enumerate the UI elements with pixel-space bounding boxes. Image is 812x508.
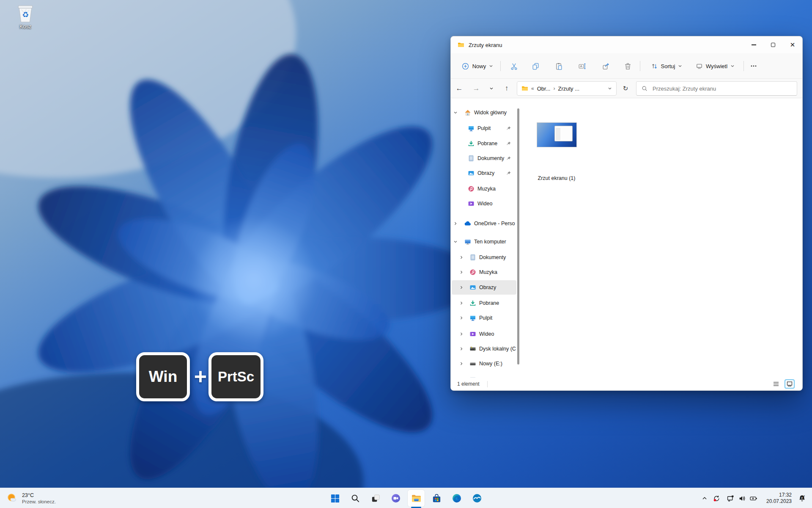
openoffice-button[interactable] — [469, 490, 486, 507]
drive-icon — [469, 360, 476, 367]
breadcrumb-item[interactable]: Zrzuty ... — [558, 86, 579, 92]
widgets-button[interactable]: 23°C Przew. słonecz. — [0, 488, 62, 508]
navigation-pane: Widok główny Pulpit — [451, 98, 517, 378]
sidebar-item-pc-downloads[interactable]: Pobrane — [452, 296, 516, 310]
sidebar-item-local-disk-c[interactable]: Dysk lokalny (C — [452, 342, 516, 356]
sidebar-item-home[interactable]: Widok główny — [452, 105, 516, 120]
sidebar-item-pc-videos[interactable]: Wideo — [452, 327, 516, 341]
pin-icon — [506, 126, 511, 131]
sidebar-scrollbar[interactable] — [517, 108, 519, 364]
start-button[interactable] — [326, 490, 343, 507]
weather-temp: 23°C — [22, 492, 56, 499]
search-input[interactable] — [652, 85, 792, 92]
network-volume-battery-button[interactable] — [723, 490, 762, 507]
sidebar-item-pc-music[interactable]: Muzyka — [452, 265, 516, 279]
sidebar-item-videos[interactable]: Wideo — [452, 196, 516, 211]
chevron-right-icon — [459, 255, 464, 260]
title-bar[interactable]: Zrzuty ekranu ✕ — [451, 36, 802, 53]
sidebar-item-this-pc[interactable]: Ten komputer — [452, 235, 516, 249]
svg-text:A: A — [580, 64, 582, 68]
close-icon: ✕ — [790, 41, 796, 49]
maximize-button[interactable] — [763, 36, 783, 53]
rename-button[interactable]: A — [574, 58, 590, 74]
sync-icon — [713, 495, 720, 502]
sidebar-item-onedrive[interactable]: OneDrive - Perso — [452, 216, 516, 231]
sync-tray-button[interactable] — [710, 490, 722, 507]
sidebar-item-pictures[interactable]: Obrazy — [452, 166, 516, 180]
paste-button[interactable] — [551, 58, 566, 74]
up-icon: ↑ — [505, 84, 509, 93]
chevron-right-icon — [453, 221, 458, 226]
sidebar-item-pc-desktop[interactable]: Pulpit — [452, 311, 516, 325]
microsoft-store-button[interactable] — [428, 490, 445, 507]
pictures-icon — [469, 284, 476, 291]
chevron-down-icon — [489, 64, 493, 68]
chevron-right-icon — [459, 270, 464, 274]
battery-charging-icon — [750, 495, 757, 502]
share-icon — [602, 62, 610, 70]
delete-button[interactable] — [620, 58, 635, 74]
large-icons-view-toggle[interactable] — [785, 379, 795, 389]
task-view-button[interactable] — [367, 490, 384, 507]
breadcrumb-overflow[interactable]: « — [531, 86, 534, 91]
system-drive-icon — [469, 345, 476, 352]
copy-button[interactable] — [528, 58, 543, 74]
edge-button[interactable] — [448, 490, 465, 507]
chevron-down-icon[interactable] — [608, 86, 612, 91]
recycle-bin-label: Kosz — [8, 24, 43, 30]
back-button[interactable]: ← — [452, 81, 467, 96]
notification-center-button[interactable]: z z — [795, 490, 809, 507]
forward-button[interactable]: → — [469, 81, 484, 96]
desktop-icon — [469, 315, 476, 321]
notification-dot — [713, 499, 716, 501]
new-button[interactable]: Nowy — [456, 58, 499, 74]
clock-button[interactable]: 17:32 20.07.2023 — [762, 490, 796, 507]
details-view-toggle[interactable] — [771, 379, 781, 389]
close-button[interactable]: ✕ — [783, 36, 802, 53]
sidebar-item-pc-documents[interactable]: Dokumenty — [452, 250, 516, 265]
recent-locations-button[interactable] — [486, 81, 497, 96]
chevron-down-icon — [678, 64, 682, 68]
see-more-button[interactable] — [746, 58, 761, 74]
toolbar-separator — [743, 61, 744, 71]
file-explorer-button[interactable] — [408, 490, 425, 507]
up-button[interactable]: ↑ — [499, 81, 514, 96]
sort-button[interactable]: Sortuj — [645, 58, 689, 74]
chevron-down-icon — [730, 64, 735, 68]
search-box[interactable] — [636, 81, 797, 96]
prtsc-keycap: PrtSc — [208, 352, 263, 401]
sidebar-item-partial[interactable] — [452, 371, 516, 378]
breadcrumb-item[interactable]: Obr... — [537, 86, 551, 92]
task-view-icon — [371, 494, 381, 503]
chevron-right-icon — [459, 316, 464, 320]
maximize-icon — [771, 43, 775, 47]
sidebar-item-pc-pictures[interactable]: Obrazy — [452, 280, 516, 295]
edge-icon — [452, 493, 462, 503]
chevron-down-icon — [453, 240, 458, 244]
refresh-button[interactable]: ↻ — [618, 81, 633, 96]
sidebar-item-desktop[interactable]: Pulpit — [452, 121, 516, 135]
search-button[interactable] — [347, 490, 364, 507]
search-icon — [642, 86, 647, 91]
chevron-right-icon — [459, 285, 464, 290]
sidebar-item-drive-e[interactable]: Nowy (E:) — [452, 356, 516, 371]
view-button[interactable]: Wyświetl — [690, 58, 740, 74]
minimize-button[interactable] — [744, 36, 763, 53]
recycle-bin-shortcut[interactable]: ♻ Kosz — [8, 3, 43, 30]
sidebar-item-downloads[interactable]: Pobrane — [452, 136, 516, 151]
cut-button[interactable] — [506, 58, 521, 74]
chat-button[interactable] — [387, 490, 404, 507]
show-hidden-icons-button[interactable] — [699, 490, 710, 507]
file-explorer-icon — [411, 493, 422, 504]
share-button[interactable] — [598, 58, 613, 74]
back-icon: ← — [456, 84, 463, 93]
item-count: 1 element — [457, 381, 480, 387]
command-bar: Nowy — [451, 53, 802, 79]
file-item-zrzut-ekranu-1[interactable]: Zrzut ekranu (1) — [537, 122, 577, 147]
address-bar[interactable]: « Obr... › Zrzuty ... — [517, 81, 617, 96]
taskbar: 23°C Przew. słonecz. — [0, 488, 812, 508]
sidebar-item-music[interactable]: Muzyka — [452, 182, 516, 196]
svg-text:♻: ♻ — [22, 11, 29, 19]
sidebar-item-documents[interactable]: Dokumenty — [452, 151, 516, 166]
chat-icon — [391, 493, 401, 503]
